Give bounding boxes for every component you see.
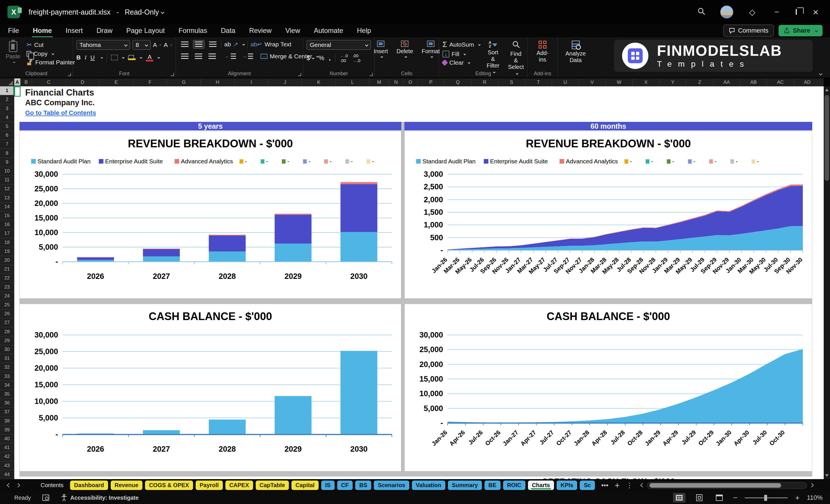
autosum-button[interactable]: ΣAutoSum xyxy=(443,40,480,49)
row-header-36[interactable]: 36 xyxy=(0,399,14,408)
row-header-28[interactable]: 28 xyxy=(0,327,14,336)
zoom-level[interactable]: 110% xyxy=(807,494,823,501)
sheet-tab-capex[interactable]: CAPEX xyxy=(225,480,253,490)
readonly-badge[interactable]: Read-Only xyxy=(125,8,159,16)
number-dialog-launcher[interactable] xyxy=(370,73,373,76)
column-header-W[interactable]: W xyxy=(606,78,633,86)
column-header-L[interactable]: L xyxy=(336,78,370,86)
row-header-23[interactable]: 23 xyxy=(0,283,14,291)
row-header-38[interactable]: 38 xyxy=(0,417,14,426)
insert-cells-button[interactable]: Insert xyxy=(371,40,390,70)
sheet-tab-valuation[interactable]: Valuation xyxy=(412,480,445,490)
zoom-slider-thumb[interactable] xyxy=(764,495,767,501)
cut-button[interactable]: ✂Cut xyxy=(27,41,75,49)
premium-diamond-icon[interactable]: ◇ xyxy=(746,7,758,17)
select-all-corner[interactable] xyxy=(0,78,14,86)
sheet-tab-scenarios[interactable]: Scenarios xyxy=(374,480,409,490)
scroll-up-icon[interactable] xyxy=(825,89,829,91)
row-header-30[interactable]: 30 xyxy=(0,345,14,354)
row-header-18[interactable]: 18 xyxy=(0,238,14,247)
row-header-7[interactable]: 7 xyxy=(0,140,14,149)
page-layout-view-button[interactable] xyxy=(693,493,706,503)
accessibility-status[interactable]: Accessibility: Investigate xyxy=(61,494,139,501)
column-header-AB[interactable]: AB xyxy=(740,78,767,86)
more-sheets-button[interactable]: ••• xyxy=(601,481,608,490)
row-header-14[interactable]: 14 xyxy=(0,202,14,211)
zoom-out-button[interactable]: − xyxy=(733,494,737,502)
align-middle-button[interactable] xyxy=(193,40,204,49)
format-painter-button[interactable]: Format Painter xyxy=(27,59,75,66)
column-header-E[interactable]: E xyxy=(99,78,133,86)
ribbon-tab-review[interactable]: Review xyxy=(244,25,278,36)
row-header-8[interactable]: 8 xyxy=(0,149,14,158)
sheet-tab-is[interactable]: IS xyxy=(321,480,334,490)
sheet-tab-summary[interactable]: Summary xyxy=(448,480,482,490)
sheet-tab-dashboard[interactable]: Dashboard xyxy=(70,480,108,490)
column-header-A[interactable]: A xyxy=(14,78,21,86)
font-color-button[interactable]: A xyxy=(146,54,160,62)
align-center-button[interactable] xyxy=(193,52,204,60)
ribbon-tab-formulas[interactable]: Formulas xyxy=(173,25,213,36)
analyze-data-button[interactable]: AnalyzeData xyxy=(563,40,588,70)
prev-sheet-icon[interactable] xyxy=(7,483,11,488)
ribbon-tab-view[interactable]: View xyxy=(280,25,306,36)
column-header-N[interactable]: N xyxy=(389,78,403,86)
row-header-22[interactable]: 22 xyxy=(0,274,14,283)
row-header-35[interactable]: 35 xyxy=(0,390,14,399)
row-header-13[interactable]: 13 xyxy=(0,193,14,202)
row-header-15[interactable]: 15 xyxy=(0,211,14,220)
close-button[interactable]: × xyxy=(810,7,822,18)
column-header-O[interactable]: O xyxy=(403,78,418,86)
row-header-10[interactable]: 10 xyxy=(0,167,14,176)
sheet-tab-sc[interactable]: Sc xyxy=(580,480,595,490)
percent-format-button[interactable]: % xyxy=(319,54,324,62)
sheet-tab-revenue[interactable]: Revenue xyxy=(111,480,142,490)
normal-view-button[interactable] xyxy=(673,493,685,503)
font-dialog-launcher[interactable] xyxy=(171,73,174,76)
row-header-27[interactable]: 27 xyxy=(0,318,14,327)
row-header-25[interactable]: 25 xyxy=(0,301,14,310)
clipboard-dialog-launcher[interactable] xyxy=(68,73,71,76)
sheet-tab-cogs-opex[interactable]: COGS & OPEX xyxy=(145,480,193,490)
shrink-font-button[interactable]: A˅ xyxy=(164,40,172,50)
sheet-tab-bs[interactable]: BS xyxy=(355,480,371,490)
ribbon-tab-home[interactable]: Home xyxy=(27,25,58,36)
minimize-button[interactable]: − xyxy=(771,7,783,17)
row-header-43[interactable]: 43 xyxy=(0,461,14,470)
row-header-42[interactable]: 42 xyxy=(0,452,14,461)
sheet-tab-be[interactable]: BE xyxy=(484,480,501,490)
row-header-5[interactable]: 5 xyxy=(0,122,14,131)
row-header-34[interactable]: 34 xyxy=(0,381,14,390)
chart-cash-balance-60m[interactable]: -5,00010,00015,00020,00025,00030,000CASH… xyxy=(405,304,812,471)
zoom-slider[interactable] xyxy=(745,497,788,498)
row-header-12[interactable]: 12 xyxy=(0,185,14,193)
sheet-tab-contents[interactable]: Contents xyxy=(37,480,67,490)
row-header-4[interactable]: 4 xyxy=(0,113,14,122)
row-header-2[interactable]: 2 xyxy=(0,95,14,104)
sheet-tab-cf[interactable]: CF xyxy=(337,480,353,490)
column-header-M[interactable]: M xyxy=(370,78,389,86)
row-header-21[interactable]: 21 xyxy=(0,265,14,274)
selected-cell-a1[interactable] xyxy=(14,86,21,97)
chart-cash-balance-5y[interactable]: -5,00010,00015,00020,00025,00030,000CASH… xyxy=(20,304,401,471)
column-header-D[interactable]: D xyxy=(66,78,99,86)
vertical-scroll-thumb[interactable] xyxy=(825,95,829,181)
ribbon-tab-page-layout[interactable]: Page Layout xyxy=(120,25,170,36)
align-right-button[interactable] xyxy=(207,52,218,60)
sheet-tab-kpis[interactable]: KPIs xyxy=(556,480,577,490)
find-select-button[interactable]: Find &Select xyxy=(506,40,526,70)
row-header-3[interactable]: 3 xyxy=(0,104,14,113)
comma-format-button[interactable]: , xyxy=(329,54,331,62)
row-header-6[interactable]: 6 xyxy=(0,131,14,140)
row-header-20[interactable]: 20 xyxy=(0,256,14,265)
row-header-32[interactable]: 32 xyxy=(0,363,14,372)
currency-format-button[interactable]: $ xyxy=(307,54,314,62)
scroll-down-icon[interactable] xyxy=(825,474,829,477)
row-header-41[interactable]: 41 xyxy=(0,443,14,452)
row-header-33[interactable]: 33 xyxy=(0,372,14,381)
format-cells-button[interactable]: Format xyxy=(419,40,442,70)
alignment-dialog-launcher[interactable] xyxy=(298,73,301,76)
row-header-17[interactable]: 17 xyxy=(0,229,14,238)
increase-indent-button[interactable]: → xyxy=(241,52,255,60)
row-header-19[interactable]: 19 xyxy=(0,247,14,256)
